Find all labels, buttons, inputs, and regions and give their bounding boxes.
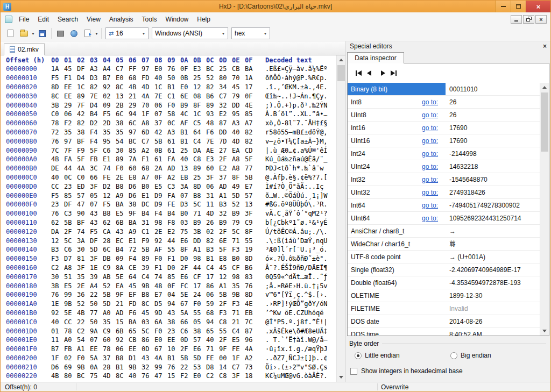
mdi-restore-button[interactable] xyxy=(523,15,534,24)
hex-byte[interactable]: 26 xyxy=(206,219,219,226)
value-field[interactable]: 17690 xyxy=(446,124,467,132)
hex-byte[interactable]: C0 xyxy=(77,174,90,181)
hex-byte[interactable]: 34 xyxy=(219,83,232,91)
hex-byte[interactable]: 0F xyxy=(154,174,167,181)
hex-byte[interactable]: 29 xyxy=(64,102,77,109)
decoded-text[interactable]: .\:ß(ìáù’DæÝ‚nqU xyxy=(265,237,328,245)
hex-byte[interactable]: A8 xyxy=(142,119,154,127)
hex-byte[interactable]: 43 xyxy=(167,309,180,317)
hex-byte[interactable]: 06 xyxy=(206,183,219,190)
hex-byte[interactable]: 82 xyxy=(245,129,258,136)
hex-byte[interactable]: 5D xyxy=(103,300,116,308)
goto-link[interactable]: go to: xyxy=(422,137,446,145)
hex-byte[interactable]: EE xyxy=(129,345,142,353)
hex-byte[interactable]: 5C xyxy=(232,228,245,236)
hex-byte[interactable]: C2 xyxy=(206,372,219,380)
hex-byte[interactable]: C2 xyxy=(77,327,90,335)
hex-byte[interactable]: 25 xyxy=(219,65,232,73)
hex-byte[interactable]: 65 xyxy=(129,327,142,335)
hex-byte[interactable]: 7F xyxy=(64,147,77,154)
value-field[interactable]: 14632218 xyxy=(446,163,478,170)
hex-byte[interactable]: DF xyxy=(77,65,90,73)
hex-byte[interactable]: BC xyxy=(129,138,142,145)
hex-byte[interactable]: 94 xyxy=(206,318,219,326)
hex-byte[interactable]: F4 xyxy=(90,138,103,145)
hex-byte[interactable]: 0C xyxy=(167,119,180,127)
hex-byte[interactable]: 7F xyxy=(77,102,90,109)
hex-byte[interactable]: A1 xyxy=(77,345,90,353)
hex-byte[interactable]: 21 xyxy=(232,318,245,326)
hex-byte[interactable]: FE xyxy=(232,345,245,353)
new-file-button[interactable] xyxy=(4,27,17,40)
hex-byte[interactable]: 12 xyxy=(103,192,116,199)
hex-byte[interactable]: BF xyxy=(77,138,90,145)
hex-byte[interactable]: E1 xyxy=(142,192,154,199)
hex-byte[interactable]: 5E xyxy=(116,273,129,281)
hex-byte[interactable]: 28 xyxy=(103,237,116,245)
hex-byte[interactable]: 28 xyxy=(103,364,116,371)
value-field[interactable]: 00011010 xyxy=(446,85,478,93)
hex-byte[interactable]: E0 xyxy=(154,65,167,73)
hex-byte[interactable]: F4 xyxy=(129,255,142,262)
hex-byte[interactable]: CF xyxy=(193,273,206,281)
hex-byte[interactable]: 45 xyxy=(232,83,245,91)
hex-byte[interactable]: FB xyxy=(90,155,103,163)
hex-byte[interactable]: F0 xyxy=(154,255,167,262)
hex-byte[interactable]: E0 xyxy=(116,74,129,82)
hex-byte[interactable]: 4A xyxy=(77,165,90,172)
hex-byte[interactable]: 76 xyxy=(51,210,64,217)
value-field[interactable]: Invalid xyxy=(446,305,468,312)
value-field[interactable]: -7494051749278300902 xyxy=(446,202,520,209)
decoded-text[interactable]: ³Æ0]l´r[¯U.¡³_ó. xyxy=(265,246,328,253)
encoding-select[interactable]: Windows (ANSI) ▼ xyxy=(152,27,228,39)
hex-byte[interactable]: 85 xyxy=(129,147,142,154)
hex-byte[interactable]: F5 xyxy=(103,201,116,208)
hex-byte[interactable]: C7 xyxy=(219,92,232,100)
hex-byte[interactable]: 38 xyxy=(193,327,206,335)
hex-byte[interactable]: 17 xyxy=(193,282,206,290)
hex-byte[interactable]: 8D xyxy=(245,255,258,262)
hex-byte[interactable]: DA xyxy=(51,228,64,236)
hex-byte[interactable]: 89 xyxy=(116,155,129,163)
hex-byte[interactable]: 5B xyxy=(180,354,193,362)
hex-byte[interactable]: 73 xyxy=(245,364,258,371)
hex-byte[interactable]: 77 xyxy=(90,309,103,317)
hex-byte[interactable]: E3 xyxy=(193,65,206,73)
hex-byte[interactable]: 07 xyxy=(154,110,167,118)
hex-byte[interactable]: 5F xyxy=(245,155,258,163)
hex-byte[interactable]: 45 xyxy=(129,282,142,290)
hex-byte[interactable]: 5D xyxy=(232,192,245,199)
hex-byte[interactable]: F9 xyxy=(77,147,90,154)
hex-byte[interactable]: 5D xyxy=(90,246,103,253)
hex-byte[interactable]: C0 xyxy=(51,110,64,118)
hex-byte[interactable]: 5B xyxy=(245,174,258,181)
hex-byte[interactable]: 5F xyxy=(77,155,90,163)
hex-byte[interactable]: 2F xyxy=(180,264,193,272)
hex-byte[interactable]: B1 xyxy=(167,354,180,362)
hex-byte[interactable]: E2 xyxy=(219,165,232,172)
hex-byte[interactable]: B7 xyxy=(51,345,64,353)
hex-byte[interactable]: 9A xyxy=(90,327,103,335)
value-field[interactable]: 17690 xyxy=(446,137,467,145)
open-dropdown-caret[interactable]: ▼ xyxy=(31,32,36,35)
hex-byte[interactable]: 4A xyxy=(245,345,258,353)
hex-byte[interactable]: 94 xyxy=(167,300,180,308)
hex-byte[interactable]: 9B xyxy=(77,364,90,371)
inspector-row-dos-time[interactable]: DOS time8:40:52 AM xyxy=(348,328,540,336)
hex-byte[interactable]: 64 xyxy=(193,129,206,136)
hex-byte[interactable]: 2F xyxy=(219,228,232,236)
hex-base-checkbox[interactable]: Show integers in hexadecimal base xyxy=(350,367,550,375)
hex-byte[interactable]: 85 xyxy=(167,273,180,281)
hex-byte[interactable]: E5 xyxy=(232,336,245,344)
hex-byte[interactable]: 99 xyxy=(154,364,167,371)
hex-byte[interactable]: DC xyxy=(142,201,154,208)
hex-byte[interactable]: 18 xyxy=(245,372,258,380)
hex-byte[interactable]: C2 xyxy=(51,264,64,272)
hex-byte[interactable]: 1A xyxy=(245,74,258,82)
print-button[interactable] xyxy=(54,27,67,40)
hex-byte[interactable]: 25 xyxy=(193,174,206,181)
hex-byte[interactable]: C9 xyxy=(103,327,116,335)
hex-byte[interactable]: 71 xyxy=(206,345,219,353)
hex-byte[interactable]: 79 xyxy=(232,219,245,226)
hex-byte[interactable]: 3C xyxy=(90,165,103,172)
